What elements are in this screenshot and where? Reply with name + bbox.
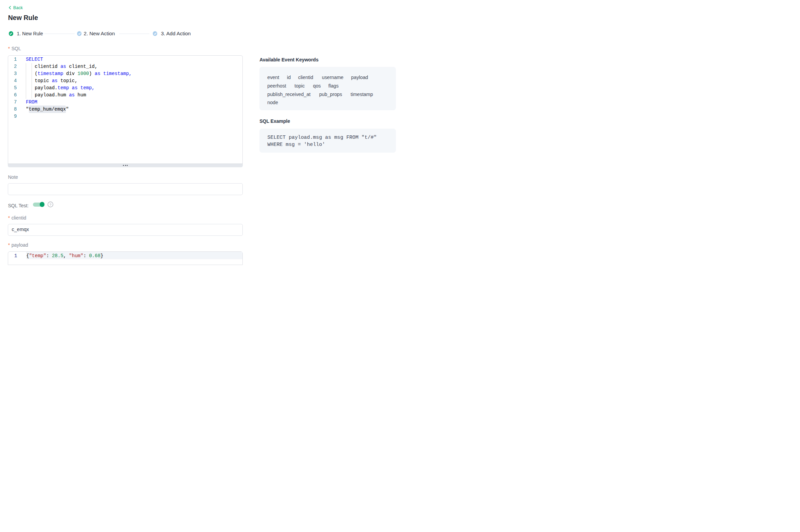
svg-text:?: ? bbox=[49, 202, 51, 206]
